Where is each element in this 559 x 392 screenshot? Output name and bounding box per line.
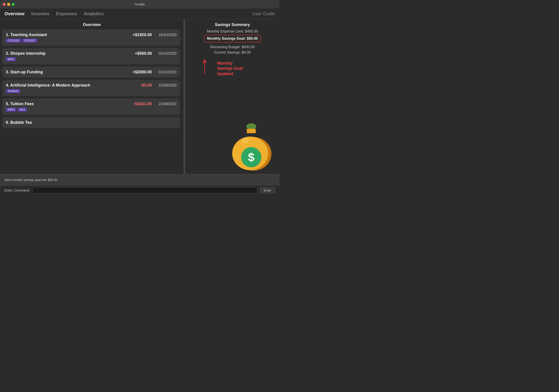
- title-bar: Fine$$e: [0, 0, 280, 9]
- transaction-tags: CS1101SCS2103T: [6, 39, 177, 43]
- transaction-tags: Work: [6, 57, 177, 61]
- transaction-date: 22/09/2020: [158, 102, 177, 106]
- transaction-tags: Textbook: [6, 89, 177, 93]
- minimize-button[interactable]: [7, 3, 10, 6]
- main-content: Overview 1. Teaching Assistant+$1920.001…: [0, 19, 280, 174]
- nav-expenses[interactable]: Expenses: [56, 11, 77, 16]
- svg-text:$: $: [248, 151, 255, 164]
- transaction-item: 2. Shopee Internship+$560.0003/10/2020Wo…: [2, 48, 180, 64]
- tag-label: CS1101S: [6, 39, 21, 43]
- tag-label: GIRO: [6, 108, 16, 112]
- transaction-name: 4. Artificial Intelligence: A Modern App…: [6, 83, 90, 88]
- savings-goal-annotation: Monthly Savings Goal Updated: [217, 61, 243, 76]
- traffic-lights: [3, 3, 15, 6]
- transaction-amount: +$1920.00: [133, 33, 152, 37]
- overview-title: Overview: [2, 19, 181, 29]
- transaction-name: 5. Tuition Fees: [6, 101, 34, 106]
- transaction-tags: GIRONUS: [6, 108, 177, 112]
- close-button[interactable]: [3, 3, 6, 6]
- status-message: New monthly savings goal set: $50.00: [4, 178, 57, 182]
- transaction-amount: +$560.00: [135, 51, 152, 56]
- transaction-amount: -$4221.00: [134, 101, 152, 106]
- tag-label: CS2103T: [22, 39, 37, 43]
- transaction-name: 3. Start-up Funding: [6, 70, 43, 74]
- transactions-list: 1. Teaching Assistant+$1920.0018/10/2020…: [2, 29, 181, 174]
- left-panel: Overview 1. Teaching Assistant+$1920.001…: [0, 19, 184, 174]
- tag-label: NUS: [18, 108, 27, 112]
- tag-label: Textbook: [6, 89, 20, 93]
- nav-bar: Overview Incomes Expenses Analytics User…: [0, 9, 280, 19]
- status-bar: New monthly savings goal set: $50.00: [0, 174, 280, 185]
- arrow-icon: [196, 59, 214, 76]
- transaction-item: 6. Bubble Tea: [2, 117, 180, 128]
- svg-rect-3: [247, 129, 256, 133]
- transaction-date: 22/09/2020: [158, 83, 177, 87]
- command-label: Enter Command:: [4, 188, 30, 192]
- nav-analytics[interactable]: Analytics: [84, 11, 104, 16]
- transaction-date: 18/10/2020: [158, 33, 177, 37]
- svg-point-2: [246, 123, 256, 130]
- nav-overview[interactable]: Overview: [4, 11, 24, 16]
- transaction-item: 3. Start-up Funding+$2000.0001/10/2020: [2, 67, 180, 78]
- savings-title: Savings Summary: [189, 19, 276, 29]
- money-bag-container: $: [189, 76, 276, 174]
- transaction-name: 1. Teaching Assistant: [6, 33, 47, 37]
- current-savings: Current Savings: $0.00: [189, 50, 276, 55]
- transaction-date: 01/10/2020: [158, 70, 177, 74]
- tag-label: Work: [6, 57, 16, 61]
- command-bar: Enter Command: Enter: [0, 185, 280, 195]
- user-guide-link[interactable]: User Guide: [252, 11, 275, 16]
- transaction-item: 1. Teaching Assistant+$1920.0018/10/2020…: [2, 29, 180, 46]
- transaction-item: 5. Tuition Fees-$4221.0022/09/2020GIRONU…: [2, 99, 180, 115]
- remaining-budget: Remaining Budget: $400.00: [189, 45, 276, 49]
- maximize-button[interactable]: [12, 3, 15, 6]
- transaction-amount: -$5.00: [140, 83, 152, 88]
- savings-items: Monthly Expense Limit: $400.00 Monthly S…: [189, 29, 276, 56]
- command-input[interactable]: [33, 187, 257, 193]
- right-panel: Savings Summary Monthly Expense Limit: $…: [185, 19, 280, 174]
- transaction-amount: +$2000.00: [133, 70, 152, 74]
- monthly-savings-goal: Monthly Savings Goal: $50.00: [204, 35, 261, 42]
- transaction-date: 03/10/2020: [158, 52, 177, 56]
- transaction-item: 4. Artificial Intelligence: A Modern App…: [2, 80, 180, 96]
- money-bag-icon: $: [227, 118, 276, 172]
- transaction-name: 6. Bubble Tea: [6, 120, 32, 125]
- app-title: Fine$$e: [135, 3, 145, 6]
- panel-divider: [184, 19, 185, 174]
- nav-incomes[interactable]: Incomes: [31, 11, 49, 16]
- enter-button[interactable]: Enter: [260, 187, 275, 193]
- monthly-expense-limit: Monthly Expense Limit: $400.00: [189, 29, 276, 33]
- transaction-name: 2. Shopee Internship: [6, 51, 46, 56]
